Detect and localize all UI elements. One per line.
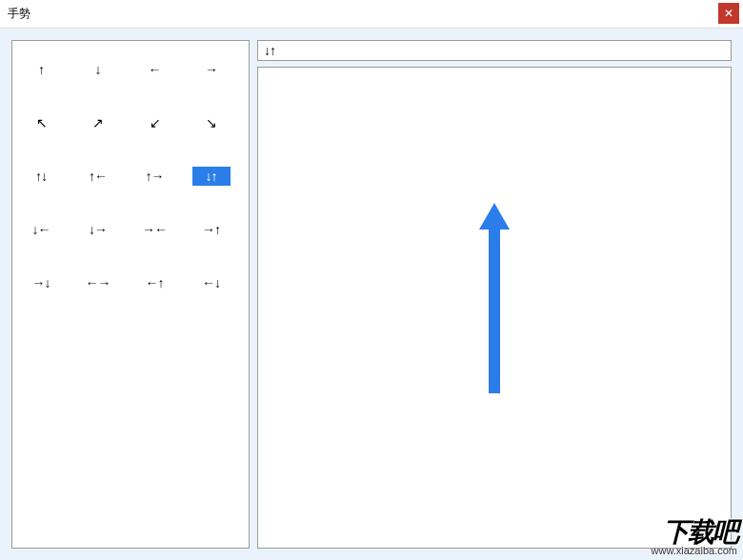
gesture-grid: ↑↓←→↖↗↙↘↑↓↑←↑→↓↑↓←↓→→←→↑→↓←→←↑←↓ <box>22 60 239 292</box>
gesture-up-right[interactable]: ↗ <box>79 113 117 132</box>
preview-panel: ↓↑ <box>257 40 732 549</box>
gesture-down-up[interactable]: ↓↑ <box>192 167 231 186</box>
gesture-right[interactable]: → <box>192 60 231 79</box>
gesture-up-left[interactable]: ↖ <box>22 113 60 132</box>
gesture-list-panel: ↑↓←→↖↗↙↘↑↓↑←↑→↓↑↓←↓→→←→↑→↓←→←↑←↓ <box>11 40 250 549</box>
content-area: ↑↓←→↖↗↙↘↑↓↑←↑→↓↑↓←↓→→←→↑→↓←→←↑←↓ ↓↑ <box>0 29 743 560</box>
gesture-down-left2[interactable]: ↓← <box>22 220 60 239</box>
gesture-up[interactable]: ↑ <box>22 60 60 79</box>
gesture-right-down[interactable]: →↓ <box>22 273 60 292</box>
window-title: 手勢 <box>8 6 30 22</box>
gesture-left-down[interactable]: ←↓ <box>192 273 231 292</box>
svg-marker-1 <box>479 203 510 230</box>
watermark: 下载吧 www.xiazaiba.com <box>652 519 737 556</box>
gesture-left-up[interactable]: ←↑ <box>135 273 173 292</box>
gesture-preview <box>257 67 732 549</box>
watermark-url: www.xiazaiba.com <box>652 546 737 556</box>
gesture-left[interactable]: ← <box>135 60 173 79</box>
gesture-right-left[interactable]: →← <box>135 220 173 239</box>
gesture-up-right2[interactable]: ↑→ <box>135 167 173 186</box>
gesture-up-down[interactable]: ↑↓ <box>22 167 60 186</box>
gesture-up-left2[interactable]: ↑← <box>79 167 117 186</box>
gesture-down-right2[interactable]: ↓→ <box>79 220 117 239</box>
gesture-right-up[interactable]: →↑ <box>192 220 231 239</box>
gesture-left-right[interactable]: ←→ <box>79 273 117 292</box>
selected-gesture-label: ↓↑ <box>257 40 732 61</box>
titlebar: 手勢 ✕ <box>0 0 743 29</box>
gesture-down-left[interactable]: ↙ <box>135 113 173 132</box>
gesture-down[interactable]: ↓ <box>79 60 117 79</box>
close-button[interactable]: ✕ <box>718 3 739 24</box>
watermark-text: 下载吧 <box>652 519 737 546</box>
preview-arrow-icon <box>466 203 523 393</box>
gesture-down-right[interactable]: ↘ <box>192 113 231 132</box>
close-icon: ✕ <box>724 8 733 19</box>
